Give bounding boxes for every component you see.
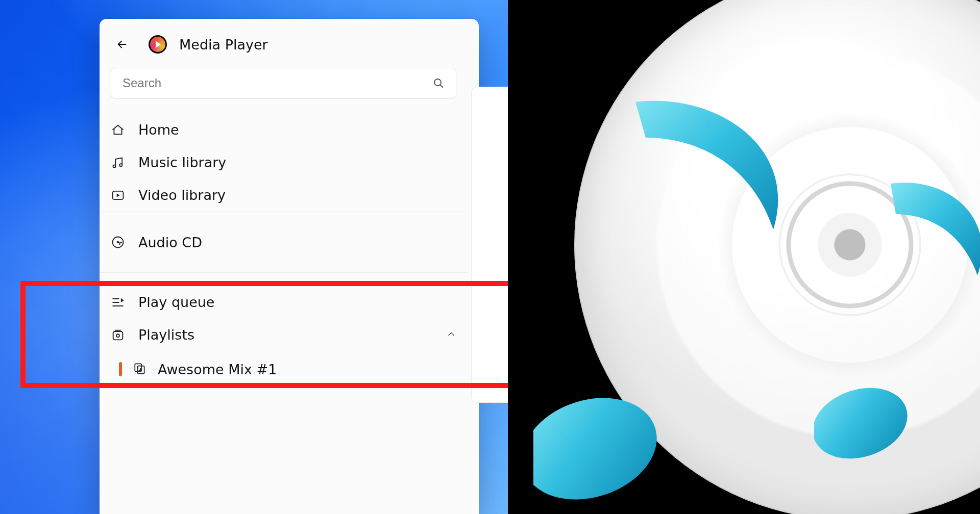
playlist-item[interactable]: Awesome Mix #1 xyxy=(100,351,468,387)
svg-point-1 xyxy=(113,165,115,167)
svg-point-2 xyxy=(119,164,122,166)
nav-menu: Home Music library Video library xyxy=(100,114,468,387)
app-logo-icon xyxy=(149,35,167,54)
svg-point-11 xyxy=(533,381,670,510)
search-icon xyxy=(432,77,445,89)
music-note-icon xyxy=(111,156,125,170)
content-sliver xyxy=(471,87,508,403)
search-wrap xyxy=(100,63,468,114)
nav-item-home[interactable]: Home xyxy=(100,114,468,146)
playlists-icon xyxy=(111,328,125,342)
app-title: Media Player xyxy=(179,37,268,53)
svg-point-7 xyxy=(116,334,119,337)
nav-item-play-queue[interactable]: Play queue xyxy=(100,286,468,319)
svg-rect-9 xyxy=(138,366,144,374)
nav-item-label: Music library xyxy=(138,155,456,170)
search-field[interactable] xyxy=(111,68,456,98)
chevron-up-icon xyxy=(446,329,456,341)
nav-item-label: Play queue xyxy=(138,294,456,310)
svg-point-12 xyxy=(814,376,917,469)
nav-item-video-library[interactable]: Video library xyxy=(100,179,468,212)
nav-item-audio-cd[interactable]: Audio CD xyxy=(100,212,468,273)
svg-point-10 xyxy=(139,370,140,372)
media-player-sidebar: Media Player Home xyxy=(100,19,479,514)
video-icon xyxy=(111,188,125,202)
search-input[interactable] xyxy=(122,76,432,90)
sidebar-header: Media Player xyxy=(100,26,468,63)
nav-item-label: Home xyxy=(138,122,456,138)
nav-item-playlists[interactable]: Playlists xyxy=(100,319,468,351)
playlist-item-label: Awesome Mix #1 xyxy=(158,362,277,377)
nav-item-label: Audio CD xyxy=(138,235,202,250)
music-note-small-icon xyxy=(814,168,980,469)
spacer xyxy=(100,273,468,286)
svg-rect-6 xyxy=(113,331,123,340)
nav-item-label: Playlists xyxy=(138,327,433,343)
nav-item-label: Video library xyxy=(138,187,456,203)
playlist-icon xyxy=(133,362,146,377)
music-note-large-icon xyxy=(533,61,819,510)
right-panel xyxy=(508,0,980,514)
play-queue-icon xyxy=(111,295,125,310)
back-button[interactable] xyxy=(111,33,133,56)
home-icon xyxy=(111,123,125,137)
selection-indicator xyxy=(119,362,122,376)
cd-icon xyxy=(111,235,125,249)
left-panel: Media Player Home xyxy=(0,0,508,514)
arrow-left-icon xyxy=(116,39,128,50)
svg-point-5 xyxy=(117,241,119,244)
nav-item-music-library[interactable]: Music library xyxy=(100,146,468,179)
